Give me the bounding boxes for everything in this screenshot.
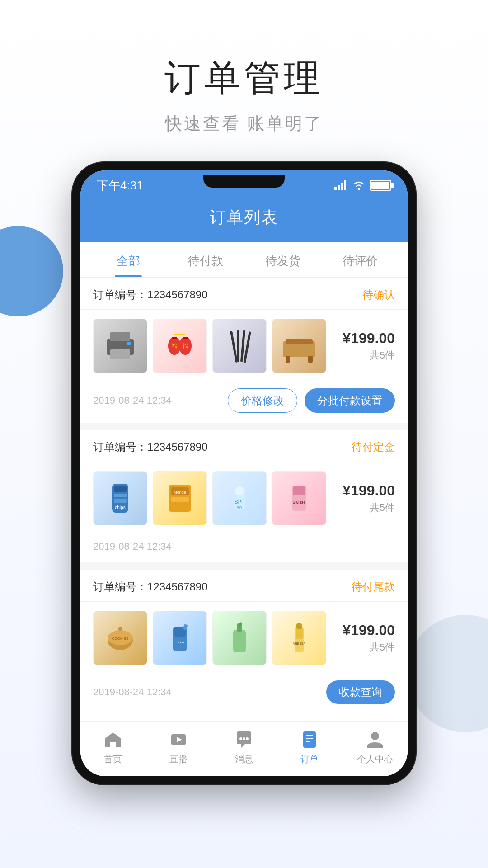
svg-text:SPF: SPF [235, 499, 244, 505]
product-images: chips Monde [93, 471, 329, 525]
nav-home[interactable]: 首页 [80, 729, 146, 765]
svg-point-4 [358, 188, 360, 190]
printer-icon [102, 328, 138, 364]
product-image: COOKIES [93, 611, 147, 665]
svg-rect-53 [296, 623, 302, 629]
serum-icon: ANESSA [281, 620, 317, 656]
svg-text:clean: clean [175, 640, 184, 644]
order-status: 待付定金 [352, 440, 395, 454]
tab-pending-review[interactable]: 待评价 [321, 242, 399, 277]
svg-point-57 [239, 737, 242, 740]
order-date: 2019-08-24 12:34 [93, 395, 172, 406]
order-actions: 收款查询 [326, 680, 395, 704]
product-image [93, 319, 147, 373]
lotion-icon [221, 620, 258, 656]
batch-payment-button[interactable]: 分批付款设置 [305, 388, 395, 413]
price-modify-button[interactable]: 价格修改 [228, 388, 297, 413]
cookie-icon: COOKIES [102, 620, 138, 656]
lantern-icon: 福 福 [162, 328, 198, 364]
order-count: 共5件 [336, 641, 395, 654]
product-image: SPF 50 [212, 471, 267, 525]
page-title: 订单管理 [164, 54, 324, 103]
bottom-nav: 首页 直播 [80, 721, 408, 776]
chips-icon: chips [102, 480, 138, 516]
order-products: 福 福 [80, 310, 408, 382]
svg-rect-11 [172, 337, 177, 339]
svg-text:Monde: Monde [174, 490, 186, 495]
cleaner-icon: clean [162, 620, 198, 656]
phone-mockup: 下午4:31 [72, 162, 416, 784]
order-price-section: ¥199.00 共5件 [336, 482, 395, 514]
battery-icon [370, 180, 391, 191]
app-header-title: 订单列表 [80, 207, 408, 229]
page-subtitle: 快速查看 账单明了 [164, 112, 324, 135]
product-images: COOKIES clean [93, 611, 329, 665]
order-list: 订单编号：1234567890 待确认 [80, 278, 408, 714]
tab-all[interactable]: 全部 [89, 242, 167, 277]
svg-rect-1 [338, 185, 340, 190]
svg-text:福: 福 [183, 343, 188, 349]
product-image: chips [93, 471, 147, 525]
payment-query-button[interactable]: 收款查询 [326, 680, 395, 704]
product-image: clean [153, 611, 207, 665]
svg-rect-34 [235, 486, 244, 495]
order-header: 订单编号：1234567890 待确认 [80, 278, 408, 310]
order-price: ¥199.00 [336, 330, 395, 347]
order-header: 订单编号：1234567890 待付定金 [80, 430, 408, 462]
nav-live-label: 直播 [169, 753, 188, 765]
svg-rect-61 [306, 735, 313, 736]
svg-rect-3 [344, 180, 346, 190]
order-card: 订单编号：1234567890 待付定金 chips [80, 430, 408, 562]
order-price: ¥199.00 [336, 622, 395, 639]
app-header: 订单列表 [80, 198, 408, 242]
svg-rect-17 [237, 330, 239, 362]
product-image: 福 福 [153, 319, 207, 373]
svg-text:50: 50 [237, 505, 242, 510]
svg-rect-2 [341, 183, 343, 190]
order-price-section: ¥199.00 共5件 [336, 622, 395, 654]
medicine-icon: Swisse [281, 480, 317, 516]
nav-message-label: 消息 [235, 753, 253, 765]
tab-pending-payment[interactable]: 待付款 [167, 242, 244, 277]
signal-icon [334, 180, 348, 190]
profile-icon [364, 729, 386, 750]
svg-text:福: 福 [172, 343, 177, 349]
svg-rect-62 [306, 738, 313, 739]
order-products: chips Monde [80, 462, 408, 534]
tab-pending-ship[interactable]: 待发货 [244, 242, 321, 277]
svg-rect-16 [230, 331, 238, 363]
order-header: 订单编号：1234567890 待付尾款 [80, 570, 408, 602]
order-footer: 2019-08-24 12:34 [80, 534, 408, 562]
svg-rect-48 [233, 630, 246, 652]
nav-home-label: 首页 [104, 753, 122, 765]
nav-live[interactable]: 直播 [146, 729, 211, 765]
product-image: ANESSA [272, 611, 326, 665]
svg-text:COOKIES: COOKIES [112, 637, 128, 641]
svg-rect-8 [127, 342, 131, 345]
page-header: 订单管理 快速查看 账单明了 [164, 54, 324, 135]
nav-order[interactable]: 订单 [277, 729, 342, 765]
svg-rect-23 [308, 356, 313, 363]
svg-point-58 [243, 737, 245, 740]
nav-profile[interactable]: 个人中心 [342, 729, 408, 765]
svg-text:ANESSA: ANESSA [293, 642, 306, 645]
svg-rect-7 [110, 349, 130, 359]
product-image [212, 319, 267, 373]
product-images: 福 福 [93, 319, 329, 373]
order-count: 共5件 [336, 501, 395, 514]
order-status: 待付尾款 [352, 580, 395, 594]
order-count: 共5件 [336, 349, 395, 362]
nav-message[interactable]: 消息 [211, 729, 277, 765]
home-icon [102, 729, 124, 750]
phone-screen: 下午4:31 [80, 170, 408, 776]
svg-point-43 [118, 627, 122, 631]
order-number: 订单编号：1234567890 [93, 440, 207, 454]
order-footer: 2019-08-24 12:34 收款查询 [80, 674, 408, 714]
svg-rect-0 [334, 187, 337, 190]
svg-rect-12 [183, 337, 188, 339]
svg-point-64 [371, 732, 379, 740]
furniture-icon [281, 328, 317, 364]
svg-rect-27 [114, 499, 127, 503]
bg-circle-left [0, 226, 63, 316]
svg-rect-25 [114, 486, 127, 492]
